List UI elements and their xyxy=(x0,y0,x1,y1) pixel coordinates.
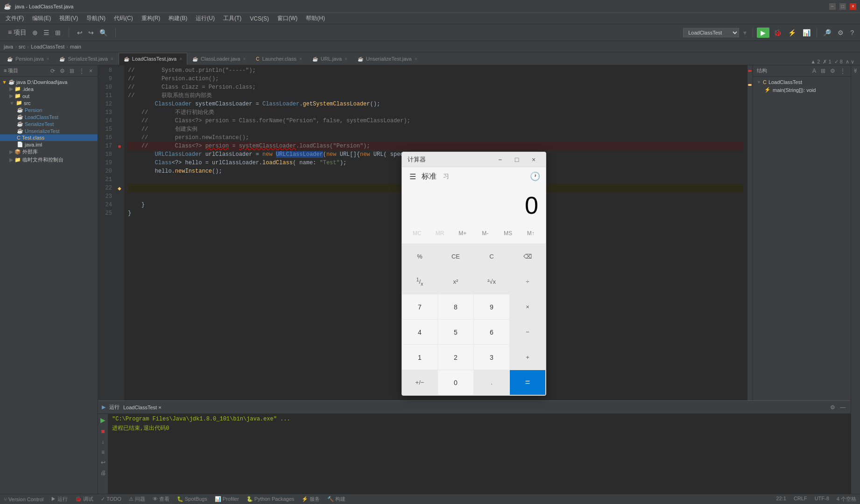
menu-help[interactable]: 帮助(H) xyxy=(302,14,329,23)
status-problems[interactable]: ⚠ 问题 xyxy=(129,496,145,503)
tab-unserialize[interactable]: ☕ UnserializeTest.java × xyxy=(352,53,423,65)
structure-method-item[interactable]: ⚡ main(String[]): void xyxy=(753,86,851,94)
calc-reciprocal-button[interactable]: 1/x xyxy=(402,269,438,294)
project-hide-btn[interactable]: × xyxy=(88,67,94,75)
toolbar-settings-btn[interactable]: ☰ xyxy=(41,28,52,38)
bottom-minimize-btn[interactable]: — xyxy=(839,404,847,411)
calc-add-button[interactable]: + xyxy=(510,345,546,370)
run-button[interactable]: ▶ xyxy=(757,28,769,38)
project-sync-btn[interactable]: ⟳ xyxy=(49,67,56,75)
calc-mr-button[interactable]: MR xyxy=(429,225,451,242)
menu-vcs[interactable]: VCS(S) xyxy=(246,14,273,23)
tab-close-loadclass[interactable]: × xyxy=(179,56,182,62)
status-debug[interactable]: 🐞 调试 xyxy=(75,496,93,503)
tab-close-url[interactable]: × xyxy=(345,56,347,62)
calc-mc-button[interactable]: MC xyxy=(406,225,429,242)
project-more-btn[interactable]: ⋮ xyxy=(78,67,86,75)
calc-subtract-button[interactable]: − xyxy=(510,320,546,345)
calc-mminus-button[interactable]: M- xyxy=(474,225,497,242)
close-button[interactable]: × xyxy=(850,3,856,10)
calc-close-button[interactable]: × xyxy=(527,155,540,164)
project-expand-btn[interactable]: ⊞ xyxy=(68,67,76,75)
calc-1-button[interactable]: 1 xyxy=(402,345,438,370)
calc-7-button[interactable]: 7 xyxy=(402,294,438,320)
bottom-scroll-end-btn[interactable]: ↓ xyxy=(100,438,106,446)
toolbar-redo-btn[interactable]: ↪ xyxy=(86,28,96,38)
calc-9-button[interactable]: 9 xyxy=(474,294,510,320)
bottom-run-again-btn[interactable]: ▶ xyxy=(99,416,107,424)
status-python[interactable]: 🐍 Python Packages xyxy=(247,496,295,502)
bottom-stop-btn[interactable]: ■ xyxy=(99,427,106,435)
menu-file[interactable]: 文件(F) xyxy=(2,14,28,23)
toolbar-coverage-btn[interactable]: ⚡ xyxy=(786,28,798,38)
status-git[interactable]: ⑂ Version Control xyxy=(4,497,43,502)
tree-idea[interactable]: ▶ 📁 .idea xyxy=(0,85,98,92)
calc-minimize-button[interactable]: − xyxy=(493,155,507,164)
calc-8-button[interactable]: 8 xyxy=(438,294,474,320)
status-review[interactable]: 👁 查看 xyxy=(153,496,169,503)
calc-4-button[interactable]: 4 xyxy=(402,320,438,345)
status-spotbugs[interactable]: 🐛 SpotBugs xyxy=(177,496,207,502)
bottom-filter-btn[interactable]: ≡ xyxy=(100,448,106,456)
calc-negate-button[interactable]: +/− xyxy=(402,370,438,395)
status-encoding[interactable]: UTF-8 xyxy=(815,496,829,503)
calc-c-button[interactable]: C xyxy=(474,244,510,269)
calc-maximize-button[interactable]: □ xyxy=(510,155,523,164)
calc-5-button[interactable]: 5 xyxy=(438,320,474,345)
bottom-wrap-btn[interactable]: ↩ xyxy=(99,459,107,466)
toolbar-search-btn[interactable]: 🔎 xyxy=(821,28,833,38)
breakpoint-dot[interactable]: ● xyxy=(118,142,121,150)
menu-refactor[interactable]: 重构(R) xyxy=(138,14,164,23)
project-gear-btn[interactable]: ⚙ xyxy=(58,67,66,75)
calc-square-button[interactable]: x² xyxy=(438,269,474,294)
toolbar-help-btn[interactable]: ? xyxy=(848,28,856,38)
tab-serializetest[interactable]: ☕ SerializeTest.java × xyxy=(54,53,118,65)
structure-more-btn[interactable]: ⋮ xyxy=(839,67,847,75)
calc-decimal-button[interactable]: . xyxy=(474,370,510,395)
tree-scratches[interactable]: ▶ 📁 临时文件和控制台 xyxy=(0,156,98,164)
tab-url[interactable]: ☕ URL.java × xyxy=(307,53,352,65)
status-profiler[interactable]: 📊 Profiler xyxy=(215,496,239,502)
calc-mplus-button[interactable]: M+ xyxy=(451,225,474,242)
status-services[interactable]: ⚡ 服务 xyxy=(302,496,320,503)
tab-persion[interactable]: ☕ Persion.java × xyxy=(2,53,54,65)
menu-tools[interactable]: 工具(T) xyxy=(219,14,245,23)
tab-close-serialize[interactable]: × xyxy=(111,56,113,62)
tree-persion[interactable]: ☕ Persion xyxy=(0,106,98,113)
status-crlf[interactable]: CRLF xyxy=(794,496,807,503)
toolbar-add-btn[interactable]: ⊕ xyxy=(30,28,40,38)
structure-expand-btn[interactable]: ⊞ xyxy=(819,67,827,75)
tree-src[interactable]: ▼ 📁 src xyxy=(0,99,98,106)
tab-classloader[interactable]: ☕ ClassLoader.java × xyxy=(187,53,251,65)
toolbar-layout-btn[interactable]: ⊞ xyxy=(53,28,63,38)
tab-close-launcher[interactable]: × xyxy=(299,56,302,62)
menu-view[interactable]: 视图(V) xyxy=(56,14,82,23)
calc-mup-button[interactable]: M↑ xyxy=(519,225,542,242)
structure-alphabetical-btn[interactable]: A xyxy=(811,67,818,75)
tree-out[interactable]: ▶ 📁 out xyxy=(0,92,98,99)
breadcrumb-loadclasstest[interactable]: LoadClassTest xyxy=(31,44,64,49)
calc-ce-button[interactable]: CE xyxy=(438,244,474,269)
menu-run[interactable]: 运行(U) xyxy=(192,14,219,23)
tree-testclass[interactable]: C Test.class xyxy=(0,134,98,141)
breadcrumb-java[interactable]: java xyxy=(4,44,13,49)
toolbar-settings2-btn[interactable]: ⚙ xyxy=(835,28,846,38)
toolbar-undo-btn[interactable]: ↩ xyxy=(75,28,85,38)
tab-launcher[interactable]: C Launcher.class × xyxy=(251,53,307,65)
calc-percent-button[interactable]: % xyxy=(402,244,438,269)
calc-divide-button[interactable]: ÷ xyxy=(510,269,546,294)
breadcrumb-main[interactable]: main xyxy=(70,44,81,49)
menu-code[interactable]: 代码(C) xyxy=(110,14,137,23)
status-todo[interactable]: ✓ TODO xyxy=(101,496,121,502)
breadcrumb-src[interactable]: src xyxy=(19,44,26,49)
tree-extlib[interactable]: ▶ 📦 外部库 xyxy=(0,148,98,156)
status-run[interactable]: ▶ 运行 xyxy=(51,496,68,503)
tab-close-classloader[interactable]: × xyxy=(243,56,246,62)
calc-multiply-button[interactable]: × xyxy=(510,294,546,320)
toolbar-grep-btn[interactable]: 🔍 xyxy=(97,28,110,38)
menu-build[interactable]: 构建(B) xyxy=(165,14,191,23)
menu-navigate[interactable]: 导航(N) xyxy=(83,14,109,23)
calc-hamburger-btn[interactable]: ☰ xyxy=(408,170,418,183)
tree-serializetest[interactable]: ☕ SerializeTest xyxy=(0,120,98,127)
tab-loadclasstest[interactable]: ☕ LoadClassTest.java × xyxy=(119,53,187,65)
